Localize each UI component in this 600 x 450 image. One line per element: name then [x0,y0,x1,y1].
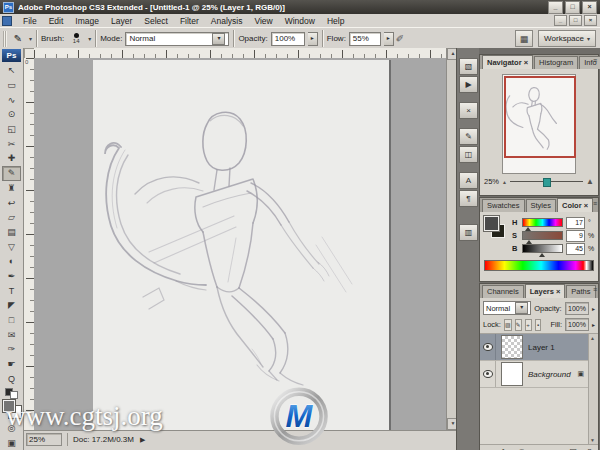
layer-fill-input[interactable]: 100% [565,318,589,331]
saturation-slider[interactable] [522,231,563,240]
brush-tool[interactable]: ✎ [2,166,21,181]
visibility-cell[interactable] [480,361,496,387]
navigator-menu-icon[interactable]: ≡ [593,57,596,64]
dodge-tool[interactable]: ◐ [2,254,21,269]
history-brush-tool[interactable]: ↩ [2,195,21,210]
doc-restore-button[interactable]: □ [569,15,582,26]
blend-mode-arrow-icon[interactable]: ▾ [212,33,225,45]
new-group-button[interactable]: ▭ [551,446,559,450]
status-menu-arrow-icon[interactable]: ▶ [140,436,145,444]
marquee-tool[interactable]: ▭ [2,78,21,93]
canvas[interactable] [93,60,391,430]
menu-edit[interactable]: Edit [43,16,70,26]
opacity-input[interactable]: 100% [271,32,305,46]
tool-presets-panel-button[interactable]: × [459,102,478,119]
layer1-thumbnail[interactable] [501,335,523,359]
tab-color[interactable]: Color × [557,198,593,212]
path-selection-tool[interactable]: ◤ [2,298,21,313]
window-maximize-button[interactable]: □ [565,1,580,14]
tab-swatches[interactable]: Swatches [482,199,525,212]
lock-transparency-icon[interactable]: ▨ [504,319,512,331]
navigator-zoom-value[interactable]: 25% [484,177,499,186]
menu-file[interactable]: File [17,16,43,26]
blend-mode-select[interactable]: Normal ▾ [125,32,229,46]
layer-mask-button[interactable]: ◎ [518,446,525,450]
eyedropper-tool[interactable]: ✑ [2,342,21,357]
tab-navigator[interactable]: Navigator × [482,55,533,69]
layer1-name[interactable]: Layer 1 [528,343,555,352]
scroll-down-icon[interactable]: ▼ [590,437,595,443]
background-thumbnail[interactable] [501,362,523,386]
brush-picker-arrow-icon[interactable]: ▾ [88,35,91,42]
layer-blend-mode-select[interactable]: Normal ▾ [483,301,531,315]
flow-slider-arrow-icon[interactable]: ▸ [384,32,394,46]
link-layers-button[interactable]: ∞ [485,446,491,450]
menu-window[interactable]: Window [279,16,321,26]
brightness-slider[interactable] [522,244,563,253]
layer-list-scrollbar[interactable]: ▲ ▼ [588,334,598,444]
quick-selection-tool[interactable]: ⊙ [2,107,21,122]
layer-row-layer1[interactable]: Layer 1 [480,334,598,361]
visibility-cell[interactable] [480,334,496,360]
eye-icon[interactable] [483,370,493,378]
eraser-tool[interactable]: ▱ [2,210,21,225]
notes-tool[interactable]: ✉ [2,327,21,342]
flow-input[interactable]: 55% [349,32,381,46]
delete-layer-button[interactable]: ▯ [588,446,592,450]
lasso-tool[interactable]: ∿ [2,92,21,107]
scroll-up-icon[interactable]: ▲ [590,335,595,341]
screen-mode-button[interactable]: ▣ [2,435,21,450]
menu-analysis[interactable]: Analysis [205,16,249,26]
tab-layers[interactable]: Layers × [525,284,566,298]
blend-dropdown-arrow-icon[interactable]: ▾ [515,302,528,314]
opacity-arrow-icon[interactable]: ▸ [592,305,595,312]
airbrush-toggle-icon[interactable]: ✐ [396,33,404,44]
move-tool[interactable]: ↖ [2,63,21,78]
window-minimize-button[interactable]: _ [548,1,563,14]
pen-tool[interactable]: ✒ [2,269,21,284]
navigator-zoom-slider[interactable] [510,181,583,182]
gradient-tool[interactable]: ▤ [2,225,21,240]
lock-pixels-icon[interactable]: ✎ [515,319,522,331]
doc-minimize-button[interactable]: _ [554,15,567,26]
panel-foreground-swatch[interactable] [484,216,499,231]
tab-info[interactable]: Info [579,56,600,69]
clone-stamp-tool[interactable]: ♜ [2,181,21,196]
layer-row-background[interactable]: Background ▣ [480,361,598,388]
character-panel-button[interactable]: A [459,172,478,189]
clone-source-panel-button[interactable]: ▶ [459,76,478,93]
brightness-slider-marker[interactable] [539,253,545,257]
lock-all-icon[interactable]: ▪ [535,319,542,331]
shape-tool[interactable]: □ [2,313,21,328]
zoom-out-mountain-icon[interactable]: ▲ [502,179,507,185]
window-close-button[interactable]: × [582,1,597,14]
new-layer-button[interactable]: ▣ [569,446,577,450]
zoom-tool[interactable]: Q [2,371,21,386]
paragraph-panel-button[interactable]: ¶ [459,190,478,207]
zoom-level-input[interactable]: 25% [26,433,62,446]
default-colors-icon[interactable] [5,388,19,397]
zoom-slider-thumb[interactable] [543,178,551,187]
layer-opacity-input[interactable]: 100% [565,302,589,315]
doc-close-button[interactable]: × [584,15,597,26]
healing-brush-tool[interactable]: ✚ [2,151,21,166]
hand-tool[interactable]: ☛ [2,357,21,372]
fill-arrow-icon[interactable]: ▸ [592,321,595,328]
color-menu-icon[interactable]: ≡ [593,200,596,207]
layers-menu-icon[interactable]: ≡ [593,286,596,293]
hue-slider[interactable] [522,218,563,227]
eye-icon[interactable] [483,343,493,351]
tab-styles[interactable]: Styles [526,199,556,212]
brush-preset-picker[interactable]: 14 [67,31,85,47]
navigator-thumbnail[interactable] [502,74,576,174]
workspace-button[interactable]: Workspace ▾ [538,30,596,47]
blur-tool[interactable]: ▽ [2,239,21,254]
tab-paths[interactable]: Paths [566,285,595,298]
menu-filter[interactable]: Filter [174,16,205,26]
color-spectrum-ramp[interactable] [484,260,594,271]
adjustment-layer-button[interactable]: ◐ [536,446,541,450]
saturation-value-input[interactable]: 9 [566,230,585,242]
layer-style-button[interactable]: fx [501,446,507,450]
type-tool[interactable]: T [2,283,21,298]
tab-histogram[interactable]: Histogram [534,56,578,69]
